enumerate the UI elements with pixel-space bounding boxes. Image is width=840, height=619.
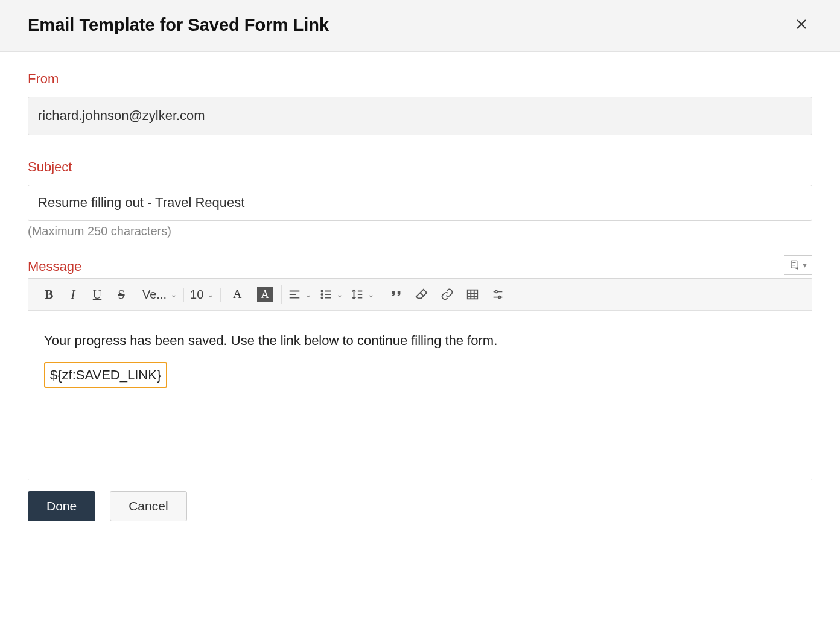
font-size-select[interactable]: 10 ⌄: [190, 288, 214, 302]
link-button[interactable]: [438, 285, 456, 304]
clear-format-button[interactable]: [413, 285, 431, 304]
rich-text-editor: B I U S Ve... ⌄ 10 ⌄: [28, 278, 812, 480]
subject-label: Subject: [28, 159, 812, 175]
line-height-select[interactable]: ⌄: [351, 288, 375, 301]
blockquote-button[interactable]: [387, 285, 406, 304]
modal-title: Email Template for Saved Form Link: [28, 15, 329, 35]
done-button[interactable]: Done: [28, 491, 95, 521]
italic-button[interactable]: I: [65, 285, 81, 304]
svg-point-6: [498, 296, 501, 299]
background-color-icon: A: [257, 287, 273, 302]
editor-content[interactable]: Your progress has been saved. Use the li…: [28, 311, 812, 480]
message-label-row: Message ▾: [28, 255, 812, 275]
table-button[interactable]: [463, 285, 482, 304]
toolbar-color-group: A A: [221, 285, 282, 304]
quote-icon: [390, 288, 403, 301]
list-select[interactable]: ⌄: [319, 288, 343, 301]
saved-link-token[interactable]: ${zf:SAVED_LINK}: [44, 362, 167, 388]
list-icon: [319, 288, 332, 301]
chevron-down-icon: ⌄: [207, 290, 214, 299]
font-color-button[interactable]: A: [227, 285, 247, 304]
modal-footer: Done Cancel: [28, 491, 812, 521]
from-label: From: [28, 71, 812, 87]
toolbar-size-group: 10 ⌄: [184, 288, 221, 302]
svg-rect-0: [791, 261, 797, 268]
toolbar-font-group: Ve... ⌄: [136, 288, 184, 302]
close-icon: [794, 17, 809, 31]
message-body-line: Your progress has been saved. Use the li…: [44, 330, 796, 351]
from-field[interactable]: richard.johnson@zylker.com: [28, 97, 812, 135]
toolbar-insert-group: [381, 285, 513, 304]
chevron-down-icon: ▾: [803, 260, 807, 270]
message-label: Message: [28, 259, 81, 275]
insert-field-button[interactable]: ▾: [784, 255, 812, 275]
toolbar-align-list-group: ⌄ ⌄ ⌄: [282, 288, 381, 301]
svg-point-5: [495, 291, 498, 293]
toolbar-format-group: B I U S: [34, 285, 136, 304]
align-left-icon: [288, 288, 301, 301]
bold-button[interactable]: B: [40, 285, 57, 304]
font-color-icon: A: [233, 287, 241, 301]
modal-header: Email Template for Saved Form Link: [0, 0, 840, 52]
close-button[interactable]: [791, 13, 812, 37]
chevron-down-icon: ⌄: [170, 290, 177, 299]
svg-rect-4: [468, 290, 478, 299]
font-family-select[interactable]: Ve... ⌄: [142, 288, 177, 302]
eraser-icon: [415, 288, 428, 301]
font-family-value: Ve...: [142, 288, 167, 302]
svg-point-1: [322, 290, 323, 291]
hr-button[interactable]: [489, 285, 507, 304]
svg-point-3: [322, 297, 323, 298]
chevron-down-icon: ⌄: [336, 290, 343, 299]
background-color-button[interactable]: A: [255, 285, 275, 304]
subject-help-text: (Maximum 250 characters): [28, 224, 812, 238]
align-select[interactable]: ⌄: [288, 288, 312, 301]
chevron-down-icon: ⌄: [305, 290, 312, 299]
editor-toolbar: B I U S Ve... ⌄ 10 ⌄: [28, 279, 812, 311]
svg-point-2: [322, 294, 323, 295]
subject-input[interactable]: [28, 185, 812, 221]
settings-lines-icon: [491, 288, 504, 301]
strikethrough-button[interactable]: S: [113, 285, 130, 304]
email-template-modal: Email Template for Saved Form Link From …: [0, 0, 840, 619]
link-icon: [441, 288, 454, 301]
table-icon: [466, 288, 479, 301]
modal-body: From richard.johnson@zylker.com Subject …: [0, 52, 840, 619]
line-height-icon: [351, 288, 364, 301]
underline-button[interactable]: U: [89, 285, 106, 304]
insert-field-icon: [789, 259, 800, 270]
cancel-button[interactable]: Cancel: [110, 491, 186, 521]
chevron-down-icon: ⌄: [368, 290, 375, 299]
font-size-value: 10: [190, 288, 203, 302]
